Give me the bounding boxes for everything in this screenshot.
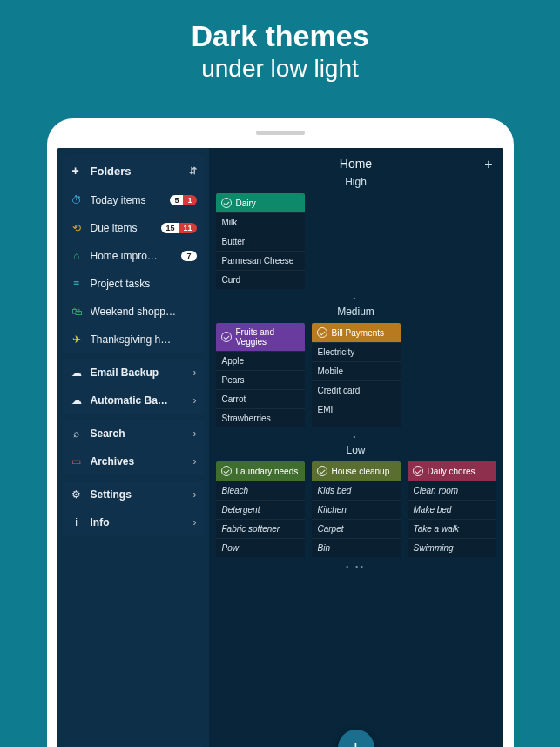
tool-icon: ⌕	[70, 427, 84, 441]
app-screen: + Folders ⇵ ⏱Today items51⟲Due items1511…	[57, 148, 503, 747]
backup-icon: ☁	[70, 394, 84, 407]
card-title: Laundary needs	[236, 467, 299, 476]
sidebar-item-folder[interactable]: ⟲Due items1511	[63, 214, 204, 242]
folders-header: + Folders ⇵	[63, 155, 204, 186]
card-item: Butter	[216, 232, 305, 251]
card-item: Milk	[216, 212, 305, 232]
sidebar-item-folder[interactable]: ⌂Home impro…7	[63, 242, 204, 270]
card-title: Dairy	[236, 199, 256, 208]
sidebar-item-folder[interactable]: ✈Thanksgiving h…	[63, 326, 204, 353]
sidebar-backup-block: ☁Email Backup›☁Automatic Ba…›	[63, 359, 204, 414]
sidebar-tools-block: ⌕Search›▭Archives›	[63, 420, 204, 475]
sidebar-item-tool[interactable]: ⌕Search›	[63, 420, 204, 448]
sidebar-item-label: Thanksgiving h…	[91, 333, 197, 346]
promo-line-2: under low light	[0, 55, 560, 83]
check-circle-icon	[413, 466, 423, 476]
note-card[interactable]: House cleanupKids bedKitchenCarpetBin	[312, 461, 401, 557]
sidebar-item-label: Search	[91, 427, 186, 440]
card-item: Bin	[312, 538, 401, 557]
card-item: Parmesan Cheese	[216, 251, 305, 270]
card-item: Curd	[216, 270, 305, 289]
card-header: Laundary needs	[216, 461, 305, 481]
sidebar-item-folder[interactable]: 🛍Weekend shopp…	[63, 298, 204, 326]
card-item: Strawberries	[216, 408, 305, 427]
folder-icon: 🛍	[70, 305, 84, 319]
card-item: Electricity	[312, 342, 401, 361]
sidebar-item-label: Today items	[91, 194, 164, 206]
sidebar-item-tool[interactable]: ▭Archives›	[63, 448, 204, 475]
card-item: Pears	[216, 370, 305, 389]
tablet-notch	[256, 131, 305, 135]
sort-icon[interactable]: ⇵	[189, 165, 197, 177]
card-item: Carrot	[216, 389, 305, 408]
sidebar-item-label: Info	[91, 516, 186, 528]
card-row: DairyMilkButterParmesan CheeseCurd	[209, 193, 503, 289]
card-header: Fruits and Veggies	[216, 323, 305, 351]
card-header: Dairy	[216, 193, 305, 212]
sidebar-item-folder[interactable]: ⏱Today items51	[63, 186, 204, 214]
card-item: Carpet	[312, 519, 401, 538]
topbar: Home +	[209, 148, 503, 172]
sidebar-item-backup[interactable]: ☁Email Backup›	[63, 359, 204, 387]
card-title: Bill Payments	[332, 328, 385, 338]
sidebar-item-label: Home impro…	[91, 250, 175, 262]
note-card[interactable]: DairyMilkButterParmesan CheeseCurd	[216, 193, 305, 289]
note-card[interactable]: Daily choresClean roomMake bedTake a wal…	[408, 461, 496, 557]
card-item: Take a walk	[408, 519, 496, 538]
count-badge: 7	[181, 251, 196, 261]
chevron-right-icon: ›	[193, 394, 197, 407]
check-circle-icon	[221, 198, 232, 208]
sidebar-item-label: Email Backup	[91, 367, 186, 379]
card-item: Apple	[216, 351, 305, 370]
main-panel: Home + HighDairyMilkButterParmesan Chees…	[209, 148, 503, 747]
setting-icon: i	[70, 515, 84, 529]
sidebar-item-folder[interactable]: ≡Project tasks	[63, 270, 204, 298]
card-item: Credit card	[312, 380, 401, 400]
sidebar: + Folders ⇵ ⏱Today items51⟲Due items1511…	[57, 148, 209, 747]
card-item: Make bed	[408, 500, 496, 519]
promo-title: Dark themes under low light	[0, 0, 560, 83]
sidebar-item-backup[interactable]: ☁Automatic Ba…›	[63, 387, 204, 414]
sidebar-item-label: Weekend shopp…	[91, 306, 197, 318]
tablet-frame: + Folders ⇵ ⏱Today items51⟲Due items1511…	[47, 118, 514, 747]
tool-icon: ▭	[70, 454, 84, 468]
page-title: Home	[340, 157, 372, 171]
card-header: Daily chores	[408, 461, 496, 481]
note-card[interactable]: Laundary needsBleachDetergentFabric soft…	[216, 461, 305, 557]
chevron-right-icon: ›	[193, 427, 197, 440]
fab-add-button[interactable]: +	[338, 730, 374, 747]
card-item: Pow	[216, 538, 305, 557]
backup-icon: ☁	[70, 366, 84, 380]
add-folder-button[interactable]: +	[70, 164, 82, 178]
folder-icon: ⌂	[70, 249, 84, 263]
card-item: Kitchen	[312, 500, 401, 519]
sidebar-item-label: Settings	[91, 488, 186, 501]
section-label: Low	[209, 444, 503, 456]
card-item: Fabric softener	[216, 519, 305, 538]
card-item: Bleach	[216, 481, 305, 500]
sidebar-item-setting[interactable]: ⚙Settings›	[63, 481, 204, 508]
card-item: Detergent	[216, 500, 305, 519]
promo-line-1: Dark themes	[0, 19, 560, 53]
section-label: High	[209, 176, 503, 188]
folder-icon: ⏱	[70, 193, 84, 207]
folders-label: Folders	[91, 165, 132, 178]
add-button[interactable]: +	[484, 157, 492, 172]
count-badge: 1511	[161, 223, 196, 233]
check-circle-icon	[221, 332, 232, 342]
note-card[interactable]: Bill PaymentsElectricityMobileCredit car…	[312, 323, 401, 427]
card-row: Fruits and VeggiesApplePearsCarrotStrawb…	[209, 323, 503, 427]
chevron-right-icon: ›	[193, 488, 197, 501]
note-card[interactable]: Fruits and VeggiesApplePearsCarrotStrawb…	[216, 323, 305, 427]
check-circle-icon	[221, 466, 232, 476]
card-title: Fruits and Veggies	[236, 327, 300, 347]
setting-icon: ⚙	[70, 488, 84, 501]
card-item: EMI	[312, 400, 401, 419]
card-item: Kids bed	[312, 481, 401, 500]
chevron-right-icon: ›	[193, 516, 197, 528]
sidebar-item-setting[interactable]: iInfo›	[63, 508, 204, 536]
section-dots: • ••	[209, 562, 503, 570]
card-item: Clean room	[408, 481, 496, 500]
card-row: Laundary needsBleachDetergentFabric soft…	[209, 461, 503, 557]
sidebar-folders-block: + Folders ⇵ ⏱Today items51⟲Due items1511…	[63, 155, 204, 353]
